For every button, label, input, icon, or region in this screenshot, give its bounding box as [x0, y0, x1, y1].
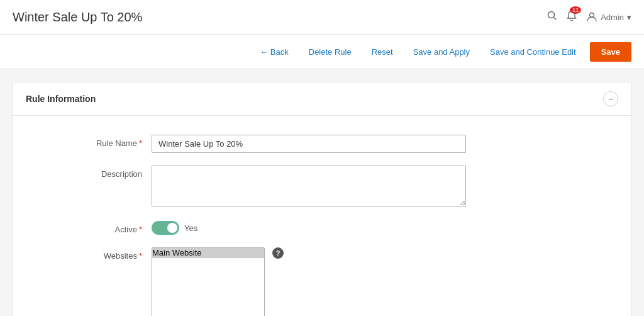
section-toggle-button[interactable]: − — [603, 91, 618, 106]
active-label: Active* — [26, 221, 152, 234]
section-body: Rule Name* Description Active* — [13, 116, 631, 316]
rule-name-required: * — [139, 138, 142, 148]
user-name: Admin — [601, 13, 624, 22]
section-title: Rule Information — [26, 94, 96, 104]
page-toolbar: ← Back Delete Rule Reset Save and Apply … — [0, 35, 644, 69]
page-header: Winter Sale Up To 20% 11 Admin ▾ — [0, 0, 644, 35]
svg-point-0 — [548, 12, 555, 18]
websites-row: Websites* Main Website ? — [26, 247, 529, 316]
active-toggle-label: Yes — [184, 223, 197, 233]
toggle-slider — [152, 221, 179, 235]
save-and-apply-button[interactable]: Save and Apply — [407, 43, 476, 60]
active-field: Yes — [152, 221, 466, 235]
websites-label: Websites* — [26, 247, 152, 261]
active-required: * — [139, 225, 142, 234]
user-menu-button[interactable]: Admin ▾ — [586, 11, 631, 23]
rule-name-row: Rule Name* — [26, 135, 529, 153]
page-title: Winter Sale Up To 20% — [13, 10, 142, 25]
description-field — [152, 166, 466, 208]
description-row: Description — [26, 166, 529, 208]
active-toggle[interactable] — [152, 221, 179, 235]
websites-field-with-help: Main Website ? — [152, 247, 466, 316]
back-button[interactable]: ← Back — [253, 43, 295, 60]
delete-rule-button[interactable]: Delete Rule — [303, 43, 358, 60]
rule-name-input[interactable] — [152, 135, 466, 153]
svg-line-1 — [554, 18, 557, 20]
notification-badge: 11 — [570, 6, 581, 14]
rule-information-section: Rule Information − Rule Name* Descriptio… — [13, 82, 631, 316]
description-label: Description — [26, 166, 152, 179]
websites-help-icon[interactable]: ? — [272, 247, 284, 259]
description-textarea[interactable] — [152, 166, 466, 206]
notification-button[interactable]: 11 — [566, 10, 577, 24]
websites-required: * — [139, 251, 142, 261]
rule-name-field — [152, 135, 466, 153]
reset-button[interactable]: Reset — [365, 43, 399, 60]
websites-select[interactable]: Main Website — [152, 247, 265, 316]
websites-field: Main Website ? — [152, 247, 466, 316]
active-toggle-row: Yes — [152, 221, 466, 235]
page-content: Rule Information − Rule Name* Descriptio… — [0, 69, 644, 316]
save-button[interactable]: Save — [590, 42, 631, 62]
website-option-main[interactable]: Main Website — [152, 248, 264, 258]
save-and-continue-button[interactable]: Save and Continue Edit — [484, 43, 582, 60]
rule-name-label: Rule Name* — [26, 135, 152, 148]
active-row: Active* Yes — [26, 221, 529, 235]
header-actions: 11 Admin ▾ — [547, 10, 631, 24]
search-button[interactable] — [547, 11, 557, 23]
section-header[interactable]: Rule Information − — [13, 82, 631, 116]
user-menu-arrow: ▾ — [627, 13, 631, 22]
